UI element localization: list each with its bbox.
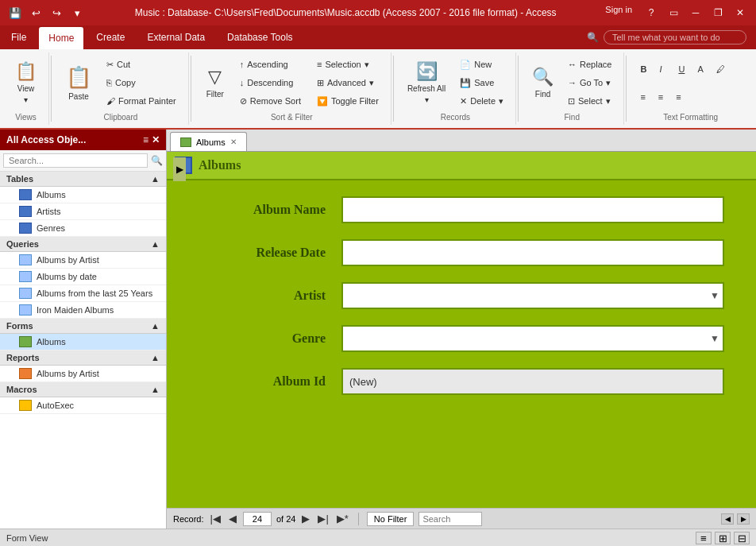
prev-record-btn[interactable]: ◀ (227, 513, 238, 524)
first-record-btn[interactable]: |◀ (209, 513, 222, 524)
remove-sort-btn[interactable]: ⊘ Remove Sort (234, 92, 307, 110)
highlight-btn[interactable]: 🖊 (711, 60, 731, 78)
sidebar-menu-icon[interactable]: ≡ (143, 134, 148, 145)
album-name-input[interactable] (341, 196, 724, 223)
menu-external-data[interactable]: External Data (136, 25, 216, 49)
goto-btn[interactable]: → Go To ▾ (562, 74, 617, 91)
align-left-btn[interactable]: ≡ (634, 88, 650, 106)
next-record-btn[interactable]: ▶ (300, 513, 311, 524)
copy-btn[interactable]: ⎘ Copy (101, 74, 182, 91)
find-group-label: Find (564, 110, 579, 122)
sidebar-section-queries[interactable]: Queries ▲ (0, 237, 166, 252)
sidebar-header: All Access Obje... ≡ ✕ (0, 130, 166, 150)
sidebar-search-input[interactable] (3, 153, 148, 168)
sort-filter-group-label: Sort & Filter (271, 110, 313, 122)
sidebar-item-iron-maiden-query[interactable]: Iron Maiden Albums (0, 302, 166, 319)
cut-btn[interactable]: ✂ Cut (101, 56, 182, 73)
scroll-left-btn[interactable]: ◀ (721, 513, 734, 525)
query-icon (19, 271, 32, 282)
save-record-btn[interactable]: 💾 Save (454, 74, 509, 91)
help-btn[interactable]: ? (642, 5, 661, 21)
selection-btn[interactable]: ≡ Selection ▾ (311, 56, 384, 73)
tell-me-input[interactable] (604, 30, 746, 45)
sidebar-section-macros[interactable]: Macros ▲ (0, 382, 166, 397)
sidebar-item-autoexec-macro[interactable]: AutoExec (0, 397, 166, 414)
artist-select[interactable] (341, 282, 724, 309)
menu-file[interactable]: File (0, 25, 37, 49)
sidebar-item-albums-form[interactable]: Albums (0, 334, 166, 350)
new-record-btn[interactable]: 📄 New (454, 56, 509, 73)
ribbon: 📋 View ▾ Views 📋 Paste ✂ (0, 49, 756, 130)
sidebar-item-albums-by-artist-report[interactable]: Albums by Artist (0, 366, 166, 382)
status-view-btn-3[interactable]: ⊟ (734, 532, 750, 544)
save-qa-btn[interactable]: 💾 (6, 4, 24, 21)
status-view-btn-2[interactable]: ⊞ (715, 532, 731, 544)
refresh-icon: 🔄 (416, 61, 438, 82)
toggle-filter-btn[interactable]: 🔽 Toggle Filter (311, 92, 384, 110)
release-date-input[interactable] (341, 239, 724, 266)
ascending-btn[interactable]: ↑ Ascending (234, 56, 307, 73)
status-bar: Form View ≡ ⊞ ⊟ (0, 529, 756, 546)
qa-dropdown-btn[interactable]: ▾ (68, 4, 86, 21)
filter-label: Filter (206, 90, 224, 99)
sidebar-item-label: Albums by date (37, 272, 97, 281)
sidebar-item-artists-table[interactable]: Artists (0, 203, 166, 220)
menu-bar: File Home Create External Data Database … (0, 25, 756, 49)
align-center-btn[interactable]: ≡ (653, 88, 669, 106)
current-record-input[interactable] (243, 512, 272, 526)
find-btn[interactable]: 🔍 Find (526, 56, 559, 110)
sidebar-section-forms[interactable]: Forms ▲ (0, 319, 166, 334)
align-right-btn[interactable]: ≡ (670, 88, 686, 106)
restore-btn[interactable]: ❐ (708, 5, 727, 21)
record-search-input[interactable] (418, 512, 482, 526)
genre-select[interactable] (341, 325, 724, 352)
scroll-right-btn[interactable]: ▶ (737, 513, 750, 525)
view-btn[interactable]: 📋 View ▾ (10, 56, 42, 110)
sidebar-item-albums-table[interactable]: Albums (0, 187, 166, 203)
sign-in-link[interactable]: Sign in (605, 5, 632, 21)
sidebar-section-tables[interactable]: Tables ▲ (0, 172, 166, 187)
undo-btn[interactable]: ↩ (27, 4, 44, 21)
tab-albums[interactable]: Albums ✕ (170, 132, 247, 151)
format-painter-btn[interactable]: 🖌 Format Painter (101, 92, 182, 110)
ribbon-toggle-btn[interactable]: ▭ (664, 5, 683, 21)
descending-label: Descending (247, 78, 293, 87)
underline-btn[interactable]: U (673, 60, 690, 78)
select-btn[interactable]: ⊡ Select ▾ (562, 92, 617, 110)
bold-btn[interactable]: B (634, 60, 652, 78)
advanced-icon: ⊞ (317, 78, 324, 88)
album-id-label: Album Id (199, 374, 326, 389)
sidebar-collapse-icon[interactable]: ✕ (152, 134, 160, 145)
redo-btn[interactable]: ↪ (48, 4, 65, 21)
delete-record-btn[interactable]: ✕ Delete ▾ (454, 92, 509, 110)
descending-btn[interactable]: ↓ Descending (234, 74, 307, 91)
filter-btn[interactable]: ▽ Filter (199, 56, 231, 110)
new-record-nav-btn[interactable]: ▶* (335, 513, 350, 524)
sidebar-item-genres-table[interactable]: Genres (0, 220, 166, 237)
menu-home[interactable]: Home (39, 27, 83, 49)
advanced-btn[interactable]: ⊞ Advanced ▾ (311, 74, 384, 91)
close-btn[interactable]: ✕ (731, 5, 750, 21)
form-nav-arrow[interactable]: ▶ (173, 157, 186, 181)
query-icon (19, 288, 32, 299)
window-controls: Sign in ? ▭ ─ ❐ ✕ (605, 5, 750, 21)
replace-btn[interactable]: ↔ Replace (562, 56, 617, 73)
no-filter-btn[interactable]: No Filter (367, 512, 415, 526)
menu-database-tools[interactable]: Database Tools (216, 25, 304, 49)
status-view-btn-1[interactable]: ≡ (696, 532, 712, 544)
sidebar-item-albums-last-25-query[interactable]: Albums from the last 25 Years (0, 285, 166, 302)
italic-btn[interactable]: I (654, 60, 671, 78)
sidebar-item-albums-by-date-query[interactable]: Albums by date (0, 269, 166, 285)
save-record-icon: 💾 (460, 78, 471, 88)
paste-btn[interactable]: 📋 Paste (60, 56, 98, 110)
menu-create[interactable]: Create (85, 25, 136, 49)
last-record-btn[interactable]: ▶| (316, 513, 330, 524)
minimize-btn[interactable]: ─ (686, 5, 705, 21)
views-content: 📋 View ▾ (10, 56, 42, 110)
form-body: Album Name Release Date Artist (167, 180, 756, 508)
tab-close-btn[interactable]: ✕ (230, 137, 237, 146)
sidebar-item-albums-by-artist-query[interactable]: Albums by Artist (0, 252, 166, 269)
sidebar-section-reports[interactable]: Reports ▲ (0, 350, 166, 366)
refresh-btn[interactable]: 🔄 Refresh All ▾ (402, 56, 451, 110)
font-color-btn[interactable]: A (692, 60, 708, 78)
